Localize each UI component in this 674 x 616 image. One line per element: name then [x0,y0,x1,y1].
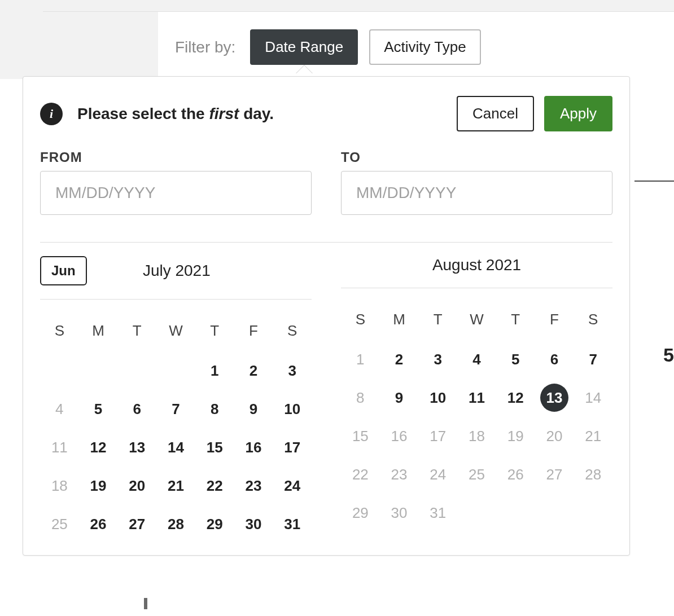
calendar-day[interactable]: 23 [234,472,273,500]
calendar-day[interactable]: 25 [457,460,496,489]
calendar-day[interactable]: 10 [273,395,312,423]
calendar-day[interactable]: 28 [574,460,612,489]
weekday-label: S [341,304,380,335]
calendar-day[interactable]: 3 [418,345,457,373]
calendar-day[interactable]: 10 [418,384,457,412]
calendar-day[interactable]: 15 [195,433,234,461]
filter-row: Filter by: Date Range Activity Type [175,29,481,65]
calendar-day[interactable]: 14 [156,433,195,461]
popover-header: i Please select the first day. Cancel Ap… [40,96,612,131]
calendar-day[interactable]: 21 [574,422,612,450]
calendar-day[interactable]: 20 [117,472,156,500]
calendar-day[interactable]: 1 [195,357,234,385]
calendar-day[interactable]: 22 [341,460,380,489]
calendar-day[interactable]: 25 [40,510,79,538]
calendar-empty-cell [535,499,574,527]
calendar-day[interactable]: 26 [79,510,118,538]
calendar-day[interactable]: 16 [234,433,273,461]
from-label: FROM [40,149,312,165]
calendar-day[interactable]: 23 [380,460,419,489]
calendar-left-days: 1234567891011121314151617181920212223242… [40,357,312,538]
calendar-day[interactable]: 5 [496,345,535,373]
from-input[interactable] [40,171,312,215]
to-input[interactable] [341,171,612,215]
calendar-day[interactable]: 4 [40,395,79,423]
calendar-day[interactable]: 24 [418,460,457,489]
date-inputs-row: FROM TO [40,149,612,215]
calendar-day[interactable]: 13 [117,433,156,461]
calendar-day[interactable]: 28 [156,510,195,538]
calendar-day[interactable]: 3 [273,357,312,385]
calendar-day[interactable]: 14 [574,384,612,412]
calendar-right-header: August 2021 [341,256,612,288]
weekday-label: T [418,304,457,335]
calendar-day[interactable]: 6 [117,395,156,423]
cancel-button[interactable]: Cancel [457,96,534,131]
calendar-day[interactable]: 13 [535,384,574,412]
calendar-day[interactable]: 6 [535,345,574,373]
calendar-empty-cell [40,357,79,385]
calendar-day[interactable]: 16 [380,422,419,450]
weekday-label: F [234,315,273,346]
calendar-day[interactable]: 29 [341,499,380,527]
weekday-label: T [496,304,535,335]
from-group: FROM [40,149,312,215]
popover-header-left: i Please select the first day. [40,103,274,125]
calendar-day[interactable]: 31 [273,510,312,538]
calendar-day[interactable]: 1 [341,345,380,373]
calendar-left-title: July 2021 [87,262,266,280]
calendar-day[interactable]: 21 [156,472,195,500]
calendar-day[interactable]: 8 [195,395,234,423]
calendar-day[interactable]: 8 [341,384,380,412]
info-em: first [209,105,239,122]
calendar-day[interactable]: 20 [535,422,574,450]
calendar-day[interactable]: 17 [273,433,312,461]
calendar-day[interactable]: 11 [457,384,496,412]
to-group: TO [341,149,612,215]
calendar-empty-cell [496,499,535,527]
calendar-day[interactable]: 19 [79,472,118,500]
calendar-day[interactable]: 31 [418,499,457,527]
calendar-day[interactable]: 18 [457,422,496,450]
divider [40,242,612,243]
calendar-day[interactable]: 18 [40,472,79,500]
info-prefix: Please select the [77,105,209,122]
calendar-day[interactable]: 22 [195,472,234,500]
apply-button[interactable]: Apply [544,96,612,131]
calendar-day[interactable]: 7 [574,345,612,373]
calendar-day[interactable]: 9 [380,384,419,412]
calendar-day[interactable]: 12 [496,384,535,412]
calendar-empty-cell [457,499,496,527]
calendar-empty-cell [156,357,195,385]
calendar-day[interactable]: 9 [234,395,273,423]
calendar-day[interactable]: 5 [79,395,118,423]
calendar-right-title: August 2021 [386,256,567,274]
page-background-side [43,11,158,79]
calendar-empty-cell [117,357,156,385]
weekday-label: T [195,315,234,346]
filter-activity-type-button[interactable]: Activity Type [369,29,480,65]
calendar-day[interactable]: 12 [79,433,118,461]
calendars: Jun July 2021 SMTWTFS 123456789101112131… [40,256,612,538]
filter-date-range-button[interactable]: Date Range [250,29,358,65]
prev-month-button[interactable]: Jun [40,256,87,285]
calendar-day[interactable]: 27 [535,460,574,489]
calendar-empty-cell [79,357,118,385]
calendar-day[interactable]: 19 [496,422,535,450]
calendar-day[interactable]: 15 [341,422,380,450]
calendar-day[interactable]: 11 [40,433,79,461]
calendar-left-header: Jun July 2021 [40,256,312,300]
calendar-day[interactable]: 30 [380,499,419,527]
weekday-label: W [156,315,195,346]
calendar-day[interactable]: 17 [418,422,457,450]
calendar-day[interactable]: 26 [496,460,535,489]
calendar-day[interactable]: 4 [457,345,496,373]
calendar-day[interactable]: 24 [273,472,312,500]
calendar-day[interactable]: 29 [195,510,234,538]
calendar-day[interactable]: 2 [380,345,419,373]
calendar-right-days: 1234567891011121314151617181920212223242… [341,345,612,527]
calendar-day[interactable]: 27 [117,510,156,538]
calendar-day[interactable]: 2 [234,357,273,385]
calendar-day[interactable]: 7 [156,395,195,423]
calendar-day[interactable]: 30 [234,510,273,538]
